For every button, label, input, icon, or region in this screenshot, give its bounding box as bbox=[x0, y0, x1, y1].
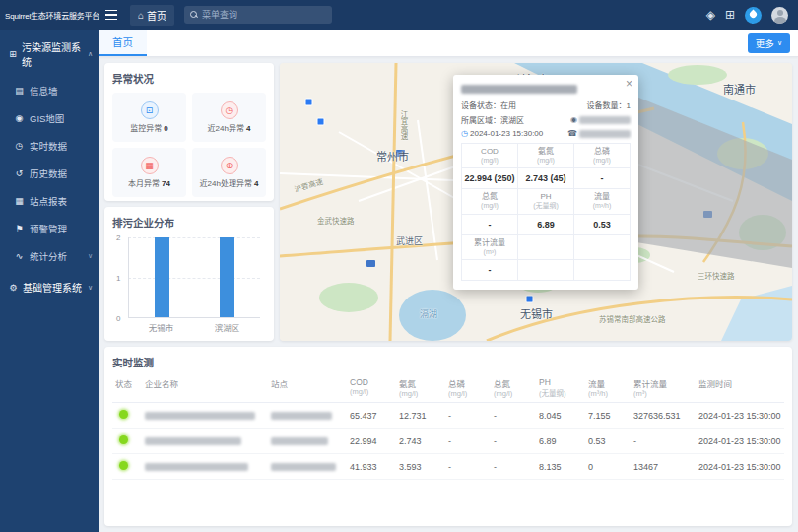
gis-map[interactable]: 靖江市 南通市 常州市 无锡市 武进区 滆湖 金武快速路 三环快速路 苏锡常南部… bbox=[280, 63, 792, 341]
stat-value: 74 bbox=[162, 179, 170, 188]
stat-label: 监控异常 bbox=[130, 124, 162, 133]
stat-tile-24h-abnormal[interactable]: ◷ 近24h异常4 bbox=[192, 93, 266, 142]
cell-flow: 7.155 bbox=[585, 403, 631, 429]
search-input[interactable] bbox=[202, 10, 326, 20]
alarm-icon: ⊕ bbox=[221, 157, 238, 174]
status-dot-online bbox=[119, 435, 128, 444]
table-row[interactable]: 65.437 12.731 - - 8.045 7.155 327636.531… bbox=[112, 403, 784, 429]
close-icon[interactable]: × bbox=[626, 77, 632, 91]
stat-value: 4 bbox=[246, 124, 250, 133]
monitor-table: 状态 企业名称 站点 COD(mg/l) 氨氮(mg/l) 总磷(mg/l) 总… bbox=[112, 375, 784, 480]
phone-redacted bbox=[579, 130, 631, 138]
station-name-redacted bbox=[271, 437, 328, 445]
stats-icon: ∿ bbox=[14, 251, 25, 261]
popup-empty-cell bbox=[518, 260, 574, 281]
cell-nh3n: 12.731 bbox=[396, 403, 445, 429]
stat-label: 本月异常 bbox=[128, 179, 160, 188]
company-name-redacted bbox=[145, 463, 248, 471]
popup-metric-value: 22.994 (250) bbox=[462, 168, 518, 189]
x-label: 滨湖区 bbox=[215, 321, 240, 333]
realtime-icon: ◷ bbox=[14, 141, 25, 151]
monitor-panel-title: 实时监测 bbox=[112, 355, 784, 369]
map-pin-icon: ◉ bbox=[14, 113, 25, 123]
station-info-popup: × 设备状态：在用 设备数量：1 所属区域：滨湖区 ◉ ◷2024-01-23 … bbox=[453, 75, 638, 290]
popup-metric-value: - bbox=[462, 260, 518, 281]
popup-metrics-grid: COD(mg/l) 氨氮(mg/l) 总磷(mg/l) 22.994 (250)… bbox=[461, 143, 631, 281]
sidebar-section-pollution-monitor[interactable]: ⊞ 污染源监测系统 ∧ bbox=[0, 30, 99, 77]
popup-metric-header: 总氮(mg/l) bbox=[462, 189, 518, 214]
cell-cod: 22.994 bbox=[347, 429, 396, 454]
cell-tp: - bbox=[445, 429, 491, 454]
sidebar-item-info-wall[interactable]: ▤ 信息墙 bbox=[0, 77, 99, 104]
stat-value: 4 bbox=[254, 179, 258, 188]
search-icon bbox=[190, 11, 198, 19]
chevron-down-icon: ∨ bbox=[88, 252, 93, 260]
chevron-down-icon: ∨ bbox=[88, 284, 93, 292]
calendar-icon: ▦ bbox=[141, 157, 159, 174]
cell-flow: 0.53 bbox=[585, 429, 631, 454]
abnormal-status-panel: 异常状况 ⊡ 监控异常0 ◷ 近24h异常4 ▦ 本月异常74 bbox=[104, 63, 274, 201]
apps-grid-icon[interactable]: ⊞ bbox=[725, 9, 735, 21]
sidebar-item-realtime-data[interactable]: ◷ 实时数据 bbox=[0, 132, 99, 160]
topbar: Squirrel生态环境云服务平台 ⌂ 首页 ◈ ⊞ bbox=[0, 0, 798, 30]
cell-total-flow: 13467 bbox=[631, 454, 696, 480]
cell-time: 2024-01-23 15:30:00 bbox=[696, 454, 784, 480]
more-button[interactable]: 更多 ∨ bbox=[748, 33, 790, 53]
col-cod: COD(mg/l) bbox=[347, 375, 396, 403]
sidebar: ⊞ 污染源监测系统 ∧ ▤ 信息墙 ◉ GIS地图 ◷ 实时数据 ↺ 历史数据 … bbox=[0, 30, 99, 532]
cell-time: 2024-01-23 15:30:00 bbox=[696, 429, 784, 454]
table-header-row: 状态 企业名称 站点 COD(mg/l) 氨氮(mg/l) 总磷(mg/l) 总… bbox=[112, 375, 784, 403]
sidebar-item-statistics[interactable]: ∿ 统计分析 ∨ bbox=[0, 242, 99, 270]
device-region: 所属区域：滨湖区 bbox=[461, 114, 524, 125]
app-logo: Squirrel生态环境云服务平台 bbox=[0, 10, 99, 21]
gear-icon: ⚙ bbox=[8, 283, 19, 293]
breadcrumb-home[interactable]: ⌂ 首页 bbox=[130, 5, 174, 26]
user-avatar[interactable] bbox=[771, 7, 788, 24]
cell-cod: 65.437 bbox=[347, 403, 396, 429]
sidebar-item-label: 站点报表 bbox=[30, 194, 67, 208]
stat-tile-monitor-abnormal[interactable]: ⊡ 监控异常0 bbox=[112, 93, 186, 142]
sidebar-item-alert-management[interactable]: ⚑ 预警管理 bbox=[0, 215, 99, 242]
station-name-redacted bbox=[271, 463, 336, 471]
tab-home[interactable]: 首页 bbox=[99, 30, 147, 56]
popup-metric-header: 流量(m³/h) bbox=[574, 189, 631, 214]
water-drop-avatar[interactable] bbox=[745, 7, 762, 24]
abnormal-panel-title: 异常状况 bbox=[112, 71, 266, 86]
history-icon: ↺ bbox=[14, 168, 25, 178]
home-icon: ⌂ bbox=[138, 10, 144, 21]
realtime-monitor-panel: 实时监测 状态 企业名称 站点 COD(mg/l) 氨氮(mg/l) 总磷(mg… bbox=[104, 347, 792, 526]
company-name-redacted bbox=[145, 412, 255, 420]
station-marker[interactable] bbox=[526, 296, 533, 302]
station-marker[interactable] bbox=[305, 99, 312, 105]
shield-icon[interactable]: ◈ bbox=[706, 9, 715, 21]
table-row[interactable]: 41.933 3.593 - - 8.135 0 13467 2024-01-2… bbox=[112, 454, 784, 480]
bar-wuxi bbox=[155, 237, 169, 317]
popup-metric-value: - bbox=[462, 215, 518, 235]
chart-title: 排污企业分布 bbox=[112, 215, 266, 230]
sidebar-section-base-management[interactable]: ⚙ 基础管理系统 ∨ bbox=[0, 270, 99, 302]
station-marker[interactable] bbox=[317, 118, 324, 125]
sidebar-item-gis-map[interactable]: ◉ GIS地图 bbox=[0, 104, 99, 132]
sidebar-item-history-data[interactable]: ↺ 历史数据 bbox=[0, 160, 99, 187]
popup-metric-header: 总磷(mg/l) bbox=[574, 144, 631, 168]
chevron-up-icon: ∧ bbox=[88, 50, 93, 58]
y-tick: 2 bbox=[116, 233, 120, 242]
col-tp: 总磷(mg/l) bbox=[445, 375, 491, 403]
grid-icon: ⊞ bbox=[8, 49, 18, 59]
stat-tile-24h-handled[interactable]: ⊕ 近24h处理异常4 bbox=[192, 148, 266, 197]
sidebar-item-label: 统计分析 bbox=[30, 249, 67, 263]
station-name-redacted bbox=[271, 412, 332, 420]
popup-metric-header: PH(无量纲) bbox=[518, 189, 574, 214]
col-status: 状态 bbox=[112, 375, 142, 403]
stat-tile-month-abnormal[interactable]: ▦ 本月异常74 bbox=[112, 148, 186, 197]
col-station: 站点 bbox=[268, 375, 347, 403]
cell-total-flow: - bbox=[631, 429, 696, 454]
cell-ph: 8.135 bbox=[536, 454, 585, 480]
cell-time: 2024-01-23 15:30:00 bbox=[696, 403, 784, 429]
sidebar-item-station-report[interactable]: ▦ 站点报表 bbox=[0, 187, 99, 215]
table-row[interactable]: 22.994 2.743 - - 6.89 0.53 - 2024-01-23 … bbox=[112, 429, 784, 454]
sidebar-section-label: 污染源监测系统 bbox=[22, 39, 84, 69]
stat-value: 0 bbox=[164, 124, 167, 133]
hamburger-menu-icon[interactable] bbox=[99, 0, 124, 30]
col-company: 企业名称 bbox=[142, 375, 268, 403]
